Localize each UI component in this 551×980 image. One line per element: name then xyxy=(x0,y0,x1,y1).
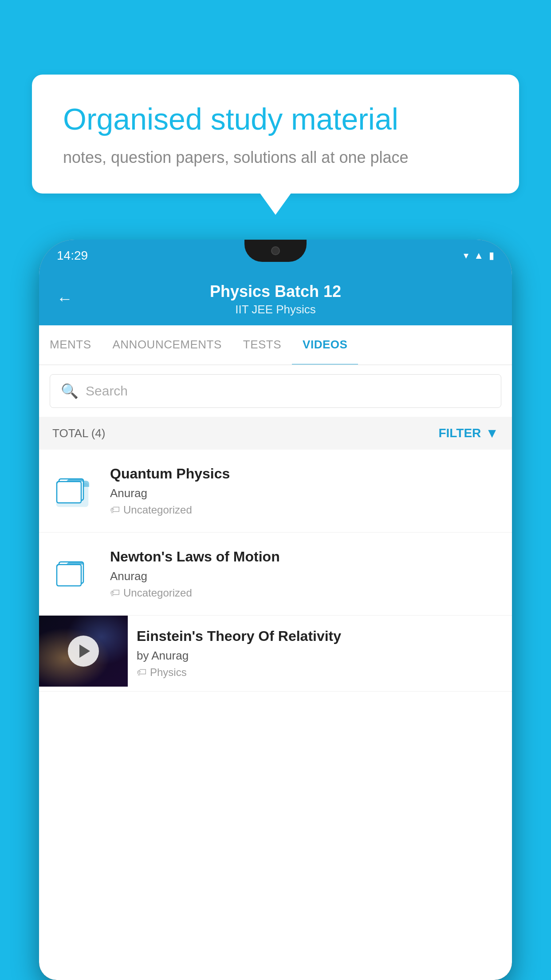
video-tag-1: 🏷 Uncategorized xyxy=(110,504,499,516)
list-item[interactable]: Quantum Physics Anurag 🏷 Uncategorized xyxy=(39,450,512,533)
batch-title: Physics Batch 12 xyxy=(57,282,494,301)
filter-button[interactable]: FILTER ▼ xyxy=(438,426,499,441)
tab-ments[interactable]: MENTS xyxy=(39,325,102,365)
front-camera xyxy=(271,246,280,255)
speech-bubble-headline: Organised study material xyxy=(63,101,488,138)
video-thumbnail-3 xyxy=(39,616,128,687)
status-icons: ▾ ▲ ▮ xyxy=(464,250,494,261)
list-item[interactable]: Newton's Laws of Motion Anurag 🏷 Uncateg… xyxy=(39,533,512,616)
video-folder-icon-2 xyxy=(52,549,97,598)
speech-bubble: Organised study material notes, question… xyxy=(32,75,519,194)
back-button[interactable]: ← xyxy=(57,289,73,308)
status-bar: 14:29 ▾ ▲ ▮ xyxy=(39,240,512,272)
tab-videos[interactable]: VIDEOS xyxy=(292,325,358,365)
video-tag-2: 🏷 Uncategorized xyxy=(110,587,499,599)
search-bar[interactable]: 🔍 Search xyxy=(50,374,501,408)
search-icon: 🔍 xyxy=(61,383,79,399)
video-title-3: Einstein's Theory Of Relativity xyxy=(137,628,503,644)
svg-rect-2 xyxy=(57,482,81,503)
filter-icon: ▼ xyxy=(485,426,499,441)
batch-subtitle: IIT JEE Physics xyxy=(57,303,494,316)
tab-tests[interactable]: TESTS xyxy=(232,325,292,365)
battery-icon: ▮ xyxy=(489,250,494,261)
phone-notch xyxy=(244,240,307,262)
video-tag-3: 🏷 Physics xyxy=(137,666,503,679)
search-placeholder: Search xyxy=(86,383,128,399)
tab-announcements[interactable]: ANNOUNCEMENTS xyxy=(102,325,232,365)
video-list: Quantum Physics Anurag 🏷 Uncategorized xyxy=(39,450,512,692)
signal-icon: ▲ xyxy=(474,250,484,261)
status-time: 14:29 xyxy=(57,249,88,263)
tag-icon-1: 🏷 xyxy=(110,504,120,516)
video-author-3: by Anurag xyxy=(137,649,503,663)
video-info-2: Newton's Laws of Motion Anurag 🏷 Uncateg… xyxy=(110,549,499,599)
video-author-1: Anurag xyxy=(110,486,499,500)
tag-icon-2: 🏷 xyxy=(110,587,120,599)
svg-rect-4 xyxy=(57,565,81,586)
video-folder-icon-1 xyxy=(52,466,97,515)
filter-label: FILTER xyxy=(438,426,481,440)
speech-bubble-subtext: notes, question papers, solutions all at… xyxy=(63,148,488,167)
play-button-3[interactable] xyxy=(68,636,99,667)
speech-bubble-container: Organised study material notes, question… xyxy=(32,75,519,194)
filter-row: TOTAL (4) FILTER ▼ xyxy=(39,417,512,450)
total-count: TOTAL (4) xyxy=(52,427,105,440)
phone-frame: 14:29 ▾ ▲ ▮ ← Physics Batch 12 IIT JEE P… xyxy=(39,240,512,980)
video-tag-label-3: Physics xyxy=(150,666,187,679)
video-tag-label-1: Uncategorized xyxy=(123,504,192,516)
wifi-icon: ▾ xyxy=(464,250,468,261)
play-icon xyxy=(79,644,90,658)
search-bar-container: 🔍 Search xyxy=(39,365,512,417)
video-title-1: Quantum Physics xyxy=(110,466,499,482)
app-header: ← Physics Batch 12 IIT JEE Physics xyxy=(39,272,512,325)
list-item[interactable]: Einstein's Theory Of Relativity by Anura… xyxy=(39,616,512,692)
video-author-2: Anurag xyxy=(110,569,499,583)
video-tag-label-2: Uncategorized xyxy=(123,587,192,599)
video-info-3: Einstein's Theory Of Relativity by Anura… xyxy=(128,616,512,691)
video-info-1: Quantum Physics Anurag 🏷 Uncategorized xyxy=(110,466,499,516)
video-title-2: Newton's Laws of Motion xyxy=(110,549,499,565)
tabs-container: MENTS ANNOUNCEMENTS TESTS VIDEOS xyxy=(39,325,512,365)
phone-screen: 14:29 ▾ ▲ ▮ ← Physics Batch 12 IIT JEE P… xyxy=(39,240,512,980)
tag-icon-3: 🏷 xyxy=(137,667,146,678)
